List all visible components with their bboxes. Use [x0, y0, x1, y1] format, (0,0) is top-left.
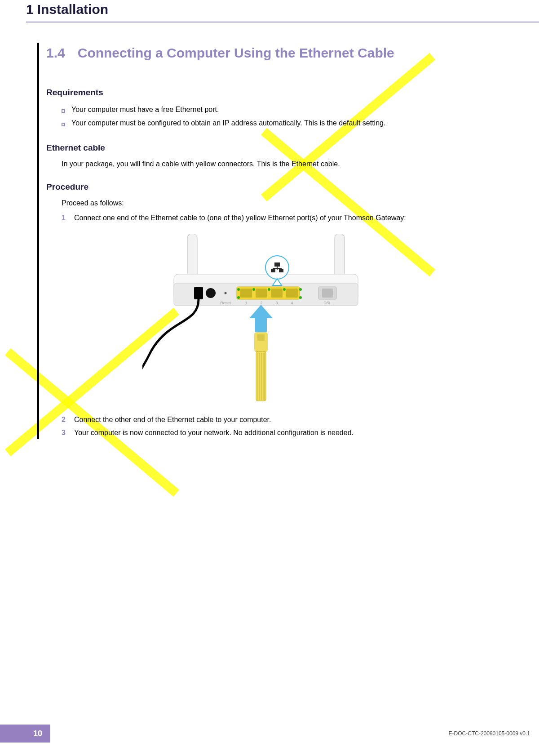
svg-marker-34: [249, 305, 273, 318]
doc-id: E-DOC-CTC-20090105-0009 v0.1: [449, 730, 530, 737]
square-bullet-icon: [62, 109, 65, 113]
page-number-badge: 10: [0, 725, 50, 743]
list-item: 1 Connect one end of the Ethernet cable …: [62, 212, 530, 225]
svg-rect-9: [256, 289, 267, 298]
section-name: Connecting a Computer Using the Ethernet…: [78, 45, 394, 60]
svg-point-18: [299, 296, 302, 299]
svg-point-16: [283, 288, 286, 291]
requirement-text: Your computer must be configured to obta…: [71, 116, 385, 130]
chapter-number: 1: [26, 2, 34, 17]
reset-label: Reset: [220, 301, 231, 305]
step-text: Connect the other end of the Ethernet ca…: [74, 414, 271, 427]
header-rule: [26, 22, 539, 22]
svg-rect-30: [273, 268, 282, 269]
list-item: Your computer must be configured to obta…: [62, 116, 530, 130]
requirements-heading: Requirements: [46, 88, 530, 98]
svg-point-13: [237, 296, 240, 299]
svg-point-15: [268, 288, 270, 291]
svg-rect-36: [257, 334, 265, 341]
svg-rect-31: [273, 268, 274, 270]
list-item: 2 Connect the other end of the Ethernet …: [62, 414, 530, 427]
chapter-heading: 1Installation: [26, 2, 539, 17]
chapter-title: Installation: [37, 2, 108, 17]
arrow-icon: [249, 305, 273, 332]
step-number: 2: [62, 414, 67, 427]
dsl-label: DSL: [323, 301, 332, 305]
list-item: Your computer must have a free Ethernet …: [62, 103, 530, 116]
svg-text:3: 3: [275, 301, 278, 305]
requirement-text: Your computer must have a free Ethernet …: [71, 103, 219, 116]
requirements-list: Your computer must have a free Ethernet …: [62, 103, 530, 130]
content-block: 1.4Connecting a Computer Using the Ether…: [37, 43, 530, 439]
ethernet-cable-text: In your package, you will find a cable w…: [62, 158, 530, 170]
svg-text:2: 2: [260, 301, 262, 305]
svg-rect-26: [274, 262, 280, 267]
page-footer: 10 E-DOC-CTC-20090105-0009 v0.1: [0, 725, 557, 743]
power-cable-icon: [142, 299, 199, 396]
svg-rect-32: [281, 268, 282, 270]
square-bullet-icon: [62, 123, 65, 126]
svg-point-6: [225, 292, 227, 294]
router-diagram: Reset 1 2 3 4: [142, 234, 389, 405]
svg-rect-11: [286, 289, 298, 298]
list-item: 3 Your computer is now connected to your…: [62, 427, 530, 440]
step-text: Connect one end of the Ethernet cable to…: [74, 212, 406, 225]
svg-rect-33: [255, 317, 267, 332]
svg-text:1: 1: [245, 301, 247, 305]
svg-text:4: 4: [291, 301, 293, 305]
svg-point-14: [252, 288, 255, 291]
procedure-list: 1 Connect one end of the Ethernet cable …: [62, 212, 530, 439]
svg-rect-8: [240, 289, 252, 298]
section-title: 1.4Connecting a Computer Using the Ether…: [46, 43, 530, 79]
svg-rect-4: [194, 287, 203, 299]
svg-rect-24: [322, 289, 333, 298]
svg-point-12: [237, 288, 240, 291]
step-text: Your computer is now connected to your n…: [74, 427, 354, 440]
svg-point-17: [299, 288, 302, 291]
procedure-heading: Procedure: [46, 182, 530, 192]
step-number: 1: [62, 212, 67, 225]
ethernet-plug-icon: [255, 333, 267, 401]
section-number: 1.4: [46, 45, 65, 60]
svg-rect-10: [271, 289, 283, 298]
procedure-intro: Proceed as follows:: [62, 197, 530, 209]
ethernet-cable-heading: Ethernet cable: [46, 143, 530, 153]
svg-point-5: [206, 288, 216, 298]
step-number: 3: [62, 427, 67, 440]
